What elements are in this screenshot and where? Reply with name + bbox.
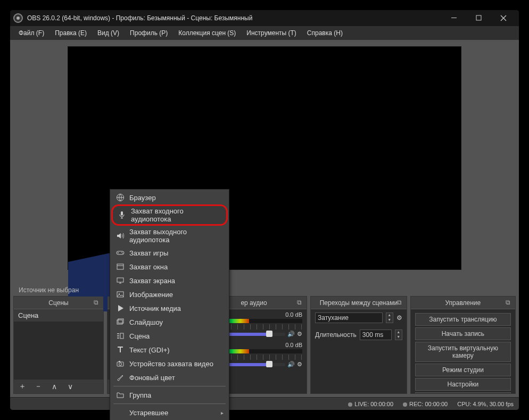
duration-spin[interactable]: ▲▼ (395, 330, 402, 340)
live-status-dot (348, 402, 352, 407)
globe-icon (115, 193, 125, 202)
speaker-icon[interactable]: 🔊 (287, 361, 295, 368)
camera-icon (115, 359, 125, 368)
context-menu-item-label: Захват входного аудиопотока (131, 207, 222, 223)
studio-mode-button[interactable]: Режим студии (415, 364, 511, 376)
context-menu-item[interactable]: Браузер (110, 191, 229, 204)
menu-scene-collection[interactable]: Коллекция сцен (S) (173, 27, 241, 39)
mic-icon (117, 210, 127, 220)
app-window: OBS 26.0.2 (64-bit, windows) - Профиль: … (10, 10, 519, 410)
scene-item[interactable]: Сцена (14, 309, 103, 322)
dock-scenes: Сцены ⧉ Сцена ＋ － ∧ ∨ (13, 296, 104, 394)
transition-select[interactable]: Затухание (315, 312, 383, 323)
minimize-button[interactable] (442, 10, 467, 26)
dock-controls: Управление ⧉ Запустить трансляцию Начать… (410, 296, 516, 394)
context-menu-item-label: Устройство захвата видео (129, 360, 213, 368)
titlebar: OBS 26.0.2 (64-bit, windows) - Профиль: … (10, 10, 519, 26)
obs-app-icon (13, 13, 23, 23)
menubar: Файл (F) Правка (E) Вид (V) Профиль (P) … (10, 26, 519, 40)
context-menu-item-label: Захват выходного аудиопотока (129, 228, 224, 244)
text-icon (115, 345, 125, 355)
dock-controls-title: Управление (445, 299, 481, 307)
context-menu-item[interactable]: Захват окна (110, 260, 229, 274)
dock-scenes-header[interactable]: Сцены ⧉ (14, 297, 103, 309)
duration-input[interactable] (360, 330, 392, 340)
settings-button[interactable]: Настройки (415, 378, 511, 391)
menu-view[interactable]: Вид (V) (92, 27, 125, 39)
add-scene-button[interactable]: ＋ (16, 381, 29, 392)
context-menu-item[interactable]: Устаревшее▸ (110, 406, 229, 419)
popout-icon[interactable]: ⧉ (506, 299, 513, 306)
dock-transitions: Переходы между сценами ⧉ Затухание ▲▼ ⚙ … (310, 296, 407, 394)
play-icon (115, 303, 125, 313)
brush-icon (115, 373, 125, 382)
dock-controls-header[interactable]: Управление ⧉ (411, 297, 515, 309)
menu-edit[interactable]: Правка (E) (49, 27, 92, 39)
context-menu-item[interactable]: Источник медиа (110, 301, 229, 315)
context-menu-item[interactable]: Устройство захвата видео (110, 357, 229, 370)
cpu-status: CPU: 4.9%, 30.00 fps (457, 401, 514, 407)
duration-label: Длительность (315, 331, 357, 339)
start-recording-button[interactable]: Начать запись (415, 327, 511, 340)
context-menu-item-label: Браузер (129, 194, 156, 202)
svg-rect-0 (451, 18, 457, 18)
add-source-context-menu: БраузерЗахват входного аудиопотокаЗахват… (110, 189, 229, 420)
remove-scene-button[interactable]: － (32, 381, 45, 392)
context-menu-item-label: Источник медиа (129, 304, 181, 312)
context-menu-item[interactable]: Захват входного аудиопотока (111, 204, 228, 226)
gear-icon[interactable]: ⚙ (297, 361, 302, 368)
close-button[interactable] (491, 10, 516, 26)
context-menu-item[interactable]: Изображение (110, 287, 229, 301)
menu-file[interactable]: Файл (F) (13, 27, 49, 39)
context-menu-item-label: Захват экрана (129, 277, 175, 285)
rec-status: REC: 00:00:00 (409, 401, 448, 407)
scene-up-button[interactable]: ∧ (48, 381, 61, 392)
blank-icon (115, 408, 125, 417)
dock-mixer-title: ер аудио (241, 299, 267, 307)
gear-icon[interactable]: ⚙ (396, 314, 402, 322)
context-menu-separator (113, 403, 226, 404)
context-menu-item[interactable]: Захват выходного аудиопотока (110, 226, 229, 246)
context-menu-item[interactable]: Захват игры (110, 246, 229, 260)
image-icon (115, 290, 125, 299)
context-menu-item-label: Слайдшоу (129, 318, 163, 326)
slides-icon (115, 317, 125, 327)
context-menu-item-label: Сцена (129, 332, 150, 340)
context-menu-item[interactable]: Текст (GDI+) (110, 343, 229, 357)
window-title: OBS 26.0.2 (64-bit, windows) - Профиль: … (27, 14, 442, 22)
folder-icon (115, 390, 125, 400)
context-menu-item-label: Устаревшее (129, 409, 168, 417)
popout-icon[interactable]: ⧉ (297, 299, 304, 306)
preview-area: Источник не выбран (10, 40, 519, 296)
speaker-icon[interactable]: 🔊 (287, 331, 295, 337)
svg-rect-1 (476, 15, 481, 20)
transition-spin[interactable]: ▲▼ (386, 312, 393, 323)
start-streaming-button[interactable]: Запустить трансляцию (415, 313, 511, 326)
popout-icon[interactable]: ⧉ (397, 299, 404, 306)
scene-down-button[interactable]: ∨ (64, 381, 77, 392)
context-menu-item[interactable]: Слайдшоу (110, 315, 229, 329)
speaker-icon (115, 231, 125, 241)
context-menu-item[interactable]: Захват экрана (110, 274, 229, 287)
exit-button[interactable]: Выход (415, 392, 511, 393)
context-menu-item[interactable]: Сцена (110, 329, 229, 343)
menu-tools[interactable]: Инструменты (T) (241, 27, 301, 39)
gear-icon[interactable]: ⚙ (297, 331, 302, 337)
menu-help[interactable]: Справка (H) (302, 27, 348, 39)
context-menu-item[interactable]: Группа (110, 388, 229, 402)
live-status: LIVE: 00:00:00 (354, 401, 393, 407)
context-menu-item-label: Изображение (129, 291, 173, 299)
dock-transitions-header[interactable]: Переходы между сценами ⧉ (311, 297, 407, 309)
start-virtualcam-button[interactable]: Запустить виртуальную камеру (415, 342, 511, 362)
no-source-label: Источник не выбран (19, 286, 79, 294)
context-menu-item-label: Захват окна (129, 263, 168, 271)
rec-status-dot (403, 402, 407, 407)
gamepad-icon (115, 248, 125, 258)
maximize-button[interactable] (467, 10, 491, 26)
dock-scenes-title: Сцены (48, 299, 68, 307)
statusbar: LIVE: 00:00:00 REC: 00:00:00 CPU: 4.9%, … (10, 397, 519, 410)
popout-icon[interactable]: ⧉ (94, 299, 101, 306)
context-menu-item[interactable]: Фоновый цвет (110, 370, 229, 384)
menu-profile[interactable]: Профиль (P) (125, 27, 173, 39)
context-menu-item-label: Фоновый цвет (129, 374, 175, 382)
